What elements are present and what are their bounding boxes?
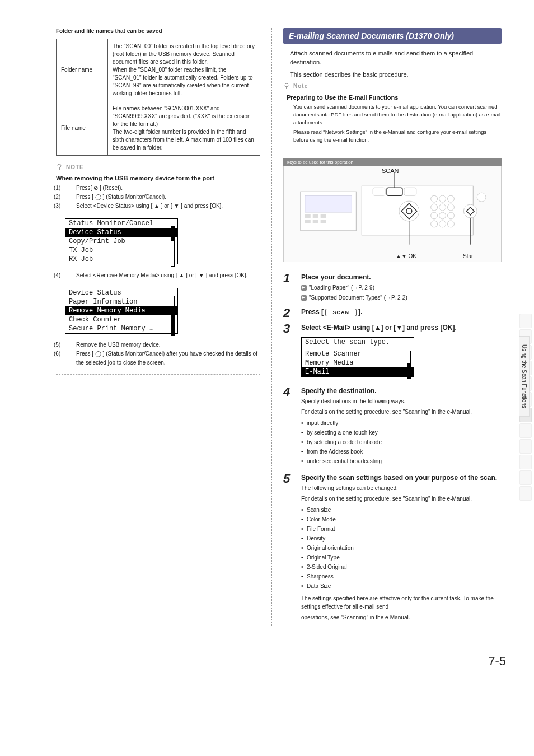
- lcd-2: Device Status Paper Information Remove M…: [56, 284, 178, 339]
- lcd-item: Check Counter: [65, 315, 177, 324]
- right-column: E-mailing Scanned Documents (D1370 Only)…: [283, 28, 502, 626]
- list-item: under sequential broadcasting: [301, 456, 502, 466]
- svg-rect-1: [59, 167, 60, 170]
- step-text: The following settings can be changed.: [301, 484, 502, 492]
- step-text: For details on the setting procedure, se…: [301, 494, 502, 503]
- svg-rect-13: [387, 188, 402, 195]
- step-text: For details on the setting procedure, se…: [301, 408, 502, 416]
- step-number: 2: [283, 307, 294, 319]
- lcd-item: Remote Scanner: [302, 347, 414, 358]
- row-label: Folder name: [57, 39, 108, 101]
- step-4: 4 Specify the destination. Specify desti…: [283, 386, 502, 469]
- list-item: 2-Sided Original: [301, 562, 502, 572]
- remove-steps-2: (4)Select <Remove Memory Media> using [ …: [56, 271, 260, 280]
- list-item: (3)Select <Device Status> using [ ▲ ] or…: [65, 202, 260, 211]
- svg-rect-5: [305, 195, 352, 212]
- page-number: 7-5: [0, 643, 534, 680]
- svg-rect-15: [404, 188, 416, 195]
- note-label: Note: [293, 83, 308, 89]
- row-label: File name: [57, 101, 108, 156]
- svg-rect-11: [321, 220, 326, 223]
- note-icon: [283, 83, 290, 90]
- svg-point-31: [406, 208, 412, 214]
- dash-divider: [87, 167, 260, 167]
- step-1: 1 Place your document. "Loading Paper" (…: [283, 272, 502, 304]
- list-item: (5)Remove the USB memory device.: [65, 340, 260, 349]
- remove-heading: When removing the USB memory device form…: [56, 175, 260, 181]
- svg-point-25: [447, 212, 454, 219]
- row-desc: File names between "SCAN0001.XXX" and "S…: [108, 101, 260, 156]
- svg-rect-6: [305, 214, 311, 218]
- bullet-list: input directly by selecting a one-touch …: [301, 418, 502, 466]
- list-item: Scan size: [301, 505, 502, 515]
- lcd-title: Status Monitor/Cancel: [65, 219, 177, 228]
- svg-point-18: [439, 195, 446, 202]
- step-number: 3: [283, 323, 294, 335]
- step-title: Press [ SCAN ].: [301, 308, 502, 316]
- dash-divider: [56, 374, 260, 375]
- svg-point-36: [477, 193, 486, 202]
- lcd-item: TX Job: [65, 246, 177, 255]
- step-title: Select <E-Mail> using [▲] or [▼] and pre…: [301, 324, 502, 332]
- panel-label-ok: ▲▼ OK: [396, 253, 416, 259]
- list-item: from the Address book: [301, 447, 502, 456]
- page: Folder and file names that can be saved …: [0, 0, 534, 643]
- section-ribbon: E-mailing Scanned Documents (D1370 Only): [283, 28, 502, 44]
- reference-icon: [301, 285, 307, 291]
- step-5: 5 Specify the scan settings based on you…: [283, 473, 502, 624]
- lcd-item: Memory Media: [302, 358, 414, 367]
- side-tab-label: Using the Scan Functions: [519, 336, 530, 417]
- list-item: Data Size: [301, 581, 502, 591]
- table-row: Folder name The "SCAN_00" folder is crea…: [57, 39, 260, 101]
- note-heading: Preparing to Use the E-mail Functions: [287, 94, 502, 101]
- list-item: (6)Press [ ◯ ] (Status Monitor/Cancel) a…: [65, 349, 260, 367]
- svg-point-28: [447, 221, 454, 227]
- list-item: (1)Press[ ⊘ ] (Reset).: [65, 184, 260, 193]
- note-header: Note: [283, 83, 502, 90]
- panel-label-start: Start: [463, 253, 475, 259]
- panel-label-scan: SCAN: [382, 167, 399, 174]
- svg-rect-7: [313, 214, 318, 218]
- note-icon: [56, 164, 63, 170]
- remove-steps-3: (5)Remove the USB memory device. (6)Pres…: [56, 340, 260, 367]
- table-heading: Folder and file names that can be saved: [56, 28, 260, 34]
- list-item: Density: [301, 534, 502, 543]
- svg-point-19: [447, 195, 454, 202]
- scan-button-icon: SCAN: [325, 309, 357, 316]
- control-panel-diagram: SCAN ▲▼ OK Start: [283, 166, 502, 262]
- svg-point-21: [439, 204, 446, 211]
- step-number: 4: [283, 386, 294, 398]
- reference: "Loading Paper" (→P. 2-9): [301, 283, 502, 292]
- step-title: Specify the destination.: [301, 387, 502, 395]
- svg-point-22: [447, 204, 454, 211]
- lcd-scrollbar: [407, 351, 411, 379]
- lcd-item-selected: Device Status: [65, 228, 177, 237]
- svg-point-20: [431, 204, 438, 211]
- note-label: NOTE: [66, 164, 84, 170]
- lcd-item: Secure Print Memory …: [65, 324, 177, 333]
- list-item: input directly: [301, 418, 502, 428]
- list-item: Original Type: [301, 553, 502, 562]
- list-item: (2)Press [ ◯ ] (Status Monitor/Cancel).: [65, 193, 260, 202]
- svg-rect-14: [373, 188, 385, 195]
- svg-point-24: [439, 212, 446, 219]
- step-title: Place your document.: [301, 273, 502, 281]
- step-title: Specify the scan settings based on your …: [301, 474, 502, 482]
- svg-point-17: [431, 195, 438, 202]
- lcd-title: Device Status: [65, 288, 177, 297]
- svg-point-27: [439, 221, 446, 227]
- keys-bar: Keys to be used for this operation: [283, 158, 502, 166]
- lcd-item-selected: Remove Memory Media: [65, 306, 177, 315]
- svg-rect-3: [286, 86, 287, 89]
- list-item: File Format: [301, 524, 502, 534]
- two-column-layout: Folder and file names that can be saved …: [56, 28, 506, 626]
- lcd-item: RX Job: [65, 255, 177, 264]
- step-3: 3 Select <E-Mail> using [▲] or [▼] and p…: [283, 323, 502, 382]
- svg-point-26: [431, 221, 438, 227]
- step-number: 5: [283, 473, 294, 485]
- lcd-scrollbar: [171, 296, 175, 336]
- reference-icon: [301, 295, 307, 301]
- reference: "Supported Document Types" (→P. 2-2): [301, 293, 502, 302]
- dash-divider: [311, 86, 502, 86]
- list-item: by selecting a one-touch key: [301, 428, 502, 437]
